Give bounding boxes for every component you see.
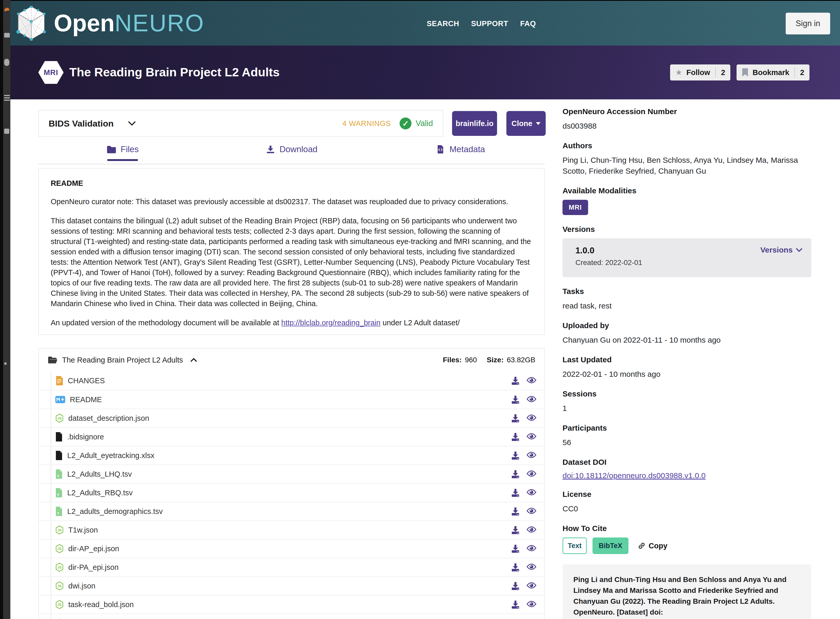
file-row[interactable]: .bidsignore	[39, 427, 544, 446]
download-file-icon[interactable]	[511, 582, 520, 590]
dock-tool-icon[interactable]	[4, 59, 9, 66]
file-row[interactable]: CHANGES	[39, 371, 544, 390]
bookmark-button[interactable]: Bookmark 2	[737, 64, 810, 81]
last-updated-value: 2022-02-01 - 10 months ago	[562, 369, 811, 380]
file-actions	[511, 451, 536, 460]
preview-file-icon[interactable]	[527, 544, 536, 553]
cite-text-button[interactable]: Text	[562, 537, 587, 554]
preview-file-icon[interactable]	[527, 451, 536, 460]
readme-paragraph: This dataset contains the bilingual (L2)…	[51, 215, 532, 309]
warnings-count[interactable]: 4 WARNINGS	[342, 119, 391, 128]
json-file-icon: JS	[55, 562, 64, 572]
nav-link-support[interactable]: SUPPORT	[471, 19, 508, 28]
changes-file-icon	[55, 376, 63, 385]
preview-file-icon[interactable]	[527, 507, 536, 516]
file-row[interactable]: JSdir-AP_epi.json	[39, 539, 544, 558]
file-row[interactable]: xL2_adults_demographics.tsv	[39, 502, 544, 520]
svg-text:JS: JS	[57, 565, 61, 569]
download-file-icon[interactable]	[511, 544, 520, 553]
file-row[interactable]: xL2_Adults_RBQ.tsv	[39, 483, 544, 502]
file-row[interactable]: xL2_Adults_LHQ.tsv	[39, 465, 544, 483]
file-name: dir-PA_epi.json	[68, 563, 119, 572]
preview-file-icon[interactable]	[527, 414, 536, 423]
download-file-icon[interactable]	[511, 376, 520, 385]
svg-text:JS: JS	[57, 547, 61, 551]
preview-file-icon[interactable]	[527, 376, 536, 385]
follow-button[interactable]: ★ Follow 2	[670, 64, 730, 81]
download-file-icon[interactable]	[511, 451, 520, 460]
readme-paragraph: OpenNeuro curator note: This dataset was…	[51, 196, 532, 207]
brainlife-button[interactable]: brainlife.io	[452, 111, 497, 136]
file-name: T1w.json	[68, 526, 98, 534]
file-row[interactable]: JStask-rest_bold.json	[39, 613, 544, 619]
dock-menu-icon[interactable]	[4, 95, 10, 102]
file-row[interactable]: JSdwi.json	[39, 576, 544, 595]
valid-status: ✓ Valid	[400, 118, 433, 129]
openneuro-logo[interactable]: OpenNEURO	[16, 6, 204, 40]
file-tree-root-label: The Reading Brain Project L2 Adults	[62, 356, 183, 364]
file-name: L2_Adults_LHQ.tsv	[67, 470, 132, 478]
download-file-icon[interactable]	[511, 600, 520, 609]
preview-file-icon[interactable]	[527, 582, 536, 590]
accession-value: ds003988	[562, 121, 811, 132]
brand-wordmark[interactable]: OpenNEURO	[54, 10, 204, 37]
download-file-icon[interactable]	[511, 563, 520, 572]
versions-dropdown[interactable]: Versions	[760, 245, 803, 267]
download-file-icon[interactable]	[511, 395, 520, 404]
versions-card: 1.0.0 Created: 2022-02-01 Versions	[562, 238, 811, 277]
preview-file-icon[interactable]	[527, 470, 536, 478]
file-row[interactable]: README	[39, 390, 544, 409]
nav-link-faq[interactable]: FAQ	[520, 19, 536, 28]
clone-button[interactable]: Clone	[506, 111, 546, 136]
preview-file-icon[interactable]	[527, 600, 536, 609]
cite-bibtex-button[interactable]: BibTeX	[592, 537, 628, 554]
file-tree-root[interactable]: The Reading Brain Project L2 Adults File…	[39, 348, 544, 371]
cite-copy-button[interactable]: Copy	[638, 542, 667, 550]
download-file-icon[interactable]	[511, 526, 520, 534]
json-file-icon: JS	[55, 600, 64, 609]
svg-text:JS: JS	[57, 528, 61, 532]
download-icon	[266, 145, 275, 154]
bookmark-icon	[742, 68, 749, 77]
preview-file-icon[interactable]	[527, 563, 536, 572]
file-row[interactable]: JSdir-PA_epi.json	[39, 558, 544, 576]
bids-validation-title: BIDS Validation	[49, 118, 113, 129]
file-row[interactable]: JST1w.json	[39, 520, 544, 539]
preview-file-icon[interactable]	[527, 526, 536, 534]
file-actions	[511, 488, 536, 497]
download-file-icon[interactable]	[511, 470, 520, 478]
download-file-icon[interactable]	[511, 414, 520, 423]
dataset-sidebar: OpenNeuro Accession Number ds003988 Auth…	[562, 107, 811, 619]
modality-badge-mri[interactable]: MRI	[562, 200, 588, 215]
participants-label: Participants	[562, 424, 811, 432]
file-row[interactable]: L2_Adult_eyetracking.xlsx	[39, 446, 544, 465]
file-actions	[511, 470, 536, 478]
tab-metadata[interactable]: Metadata	[376, 141, 545, 161]
preview-file-icon[interactable]	[527, 488, 536, 497]
tab-files[interactable]: Files	[38, 141, 207, 161]
json-file-icon: JS	[55, 581, 64, 591]
readme-card: README OpenNeuro curator note: This data…	[38, 168, 545, 335]
dock-app-icon[interactable]	[4, 7, 10, 11]
dock-tool-icon[interactable]	[4, 33, 10, 37]
chevron-down-icon[interactable]	[128, 121, 136, 126]
cite-controls: Text BibTeX Copy	[562, 537, 811, 554]
tab-download[interactable]: Download	[207, 141, 376, 161]
file-row[interactable]: JSdataset_description.json	[39, 409, 544, 427]
methodology-link[interactable]: http://blclab.org/reading_brain	[281, 318, 381, 327]
dataset-title: The Reading Brain Project L2 Adults	[69, 65, 280, 79]
download-file-icon[interactable]	[511, 432, 520, 441]
nav-links: SEARCH SUPPORT FAQ	[427, 1, 536, 46]
doi-link[interactable]: doi:10.18112/openneuro.ds003988.v1.0.0	[562, 471, 706, 480]
download-file-icon[interactable]	[511, 507, 520, 516]
download-file-icon[interactable]	[511, 488, 520, 497]
file-row[interactable]: JStask-read_bold.json	[39, 595, 544, 613]
nav-link-search[interactable]: SEARCH	[427, 19, 459, 28]
chevron-up-icon[interactable]	[190, 357, 197, 362]
sign-in-button[interactable]: Sign in	[786, 13, 830, 34]
preview-file-icon[interactable]	[527, 395, 536, 404]
svg-text:JS: JS	[57, 584, 61, 588]
preview-file-icon[interactable]	[527, 432, 536, 441]
json-file-icon: JS	[55, 414, 64, 423]
dock-tool-icon[interactable]	[4, 129, 9, 134]
